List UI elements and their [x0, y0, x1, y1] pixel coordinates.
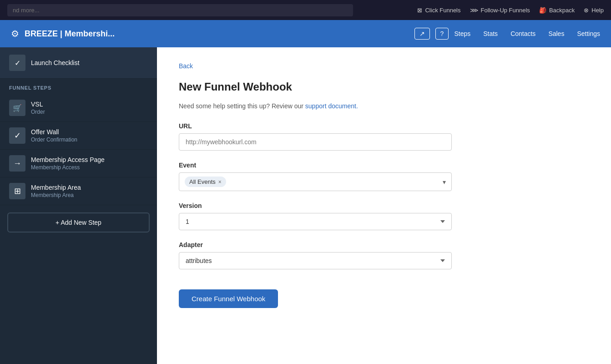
step-sub-vsl: Order: [31, 109, 148, 115]
adapter-label: Adapter: [179, 241, 589, 248]
nav-contacts[interactable]: Contacts: [510, 28, 535, 39]
grid-icon: ⊞: [9, 183, 25, 199]
backpack-icon: 🎒: [539, 7, 546, 14]
add-new-step-button[interactable]: + Add New Step: [7, 212, 150, 233]
search-input[interactable]: [7, 4, 353, 16]
launch-checklist-label: Launch Checklist: [31, 59, 80, 66]
followup-icon: ⋙: [470, 7, 478, 14]
help-button[interactable]: ?: [435, 28, 449, 40]
event-select[interactable]: All Events × ▾: [179, 172, 452, 191]
step-sub-membership-access: Membership Access: [31, 164, 148, 171]
header-nav: Steps Stats Contacts Sales Settings: [454, 28, 600, 39]
nav-settings[interactable]: Settings: [577, 28, 600, 39]
back-link[interactable]: Back: [179, 62, 193, 70]
step-name-membership-access: Membership Access Page: [31, 156, 148, 163]
header-bar: ⚙ BREEZE | Membershi... ↗ ? Steps Stats …: [0, 20, 611, 47]
step-info-vsl: VSL Order: [31, 101, 148, 115]
step-item-vsl[interactable]: 🛒 VSL Order: [0, 94, 157, 122]
nav-sales[interactable]: Sales: [548, 28, 564, 39]
step-item-offer-wall[interactable]: ✓ Offer Wall Order Confirmation: [0, 122, 157, 150]
backpack-link[interactable]: 🎒 Backpack: [539, 7, 575, 14]
cf-icon: ⊠: [417, 7, 422, 14]
help-icon: ⊗: [584, 7, 589, 14]
url-label: URL: [179, 122, 589, 130]
check-icon: ✓: [9, 127, 25, 144]
funnel-steps-label: Funnel Steps: [0, 79, 157, 94]
version-label: Version: [179, 202, 589, 209]
external-link-button[interactable]: ↗: [414, 28, 430, 40]
event-label: Event: [179, 162, 589, 169]
step-name-membership-area: Membership Area: [31, 184, 148, 191]
membership-access-icon: →: [9, 155, 25, 172]
adapter-select[interactable]: attributes: [179, 252, 452, 269]
page-title: New Funnel Webhook: [179, 81, 589, 93]
event-tag-close[interactable]: ×: [218, 179, 222, 185]
help-link[interactable]: ⊗ Help: [584, 7, 604, 14]
url-form-group: URL: [179, 122, 589, 151]
followup-funnels-link[interactable]: ⋙ Follow-Up Funnels: [470, 7, 530, 14]
url-input[interactable]: [179, 133, 452, 151]
create-funnel-webhook-button[interactable]: Create Funnel Webhook: [179, 289, 278, 308]
support-document-link[interactable]: support document.: [305, 102, 358, 110]
step-item-membership-area[interactable]: ⊞ Membership Area Membership Area: [0, 177, 157, 205]
step-info-offer-wall: Offer Wall Order Confirmation: [31, 128, 148, 143]
step-name-offer-wall: Offer Wall: [31, 128, 148, 136]
sidebar: ✓ Launch Checklist Funnel Steps 🛒 VSL Or…: [0, 47, 157, 364]
top-nav-links: ⊠ Click Funnels ⋙ Follow-Up Funnels 🎒 Ba…: [417, 7, 604, 14]
step-info-membership-area: Membership Area Membership Area: [31, 184, 148, 198]
event-tag-all-events: All Events ×: [185, 177, 226, 187]
header-title: BREEZE | Membershi...: [25, 29, 409, 39]
checklist-icon: ✓: [9, 55, 25, 71]
top-nav: ⊠ Click Funnels ⋙ Follow-Up Funnels 🎒 Ba…: [0, 0, 611, 20]
step-sub-offer-wall: Order Confirmation: [31, 136, 148, 143]
step-sub-membership-area: Membership Area: [31, 192, 148, 198]
adapter-form-group: Adapter attributes: [179, 241, 589, 269]
event-form-group: Event All Events × ▾: [179, 162, 589, 191]
chevron-down-icon: ▾: [443, 178, 446, 186]
nav-stats[interactable]: Stats: [483, 28, 498, 39]
main-layout: ✓ Launch Checklist Funnel Steps 🛒 VSL Or…: [0, 47, 611, 364]
step-item-membership-access[interactable]: → Membership Access Page Membership Acce…: [0, 150, 157, 177]
content-area: Back New Funnel Webhook Need some help s…: [157, 47, 611, 364]
gear-icon: ⚙: [11, 28, 19, 39]
clickfunnels-link[interactable]: ⊠ Click Funnels: [417, 7, 460, 14]
launch-checklist-item[interactable]: ✓ Launch Checklist: [0, 47, 157, 79]
nav-steps[interactable]: Steps: [454, 28, 470, 39]
step-info-membership-access: Membership Access Page Membership Access: [31, 156, 148, 171]
step-name-vsl: VSL: [31, 101, 148, 108]
version-form-group: Version 1: [179, 202, 589, 230]
version-select[interactable]: 1: [179, 213, 452, 230]
cart-icon: 🛒: [9, 100, 25, 116]
help-text: Need some help setting this up? Review o…: [179, 102, 589, 110]
